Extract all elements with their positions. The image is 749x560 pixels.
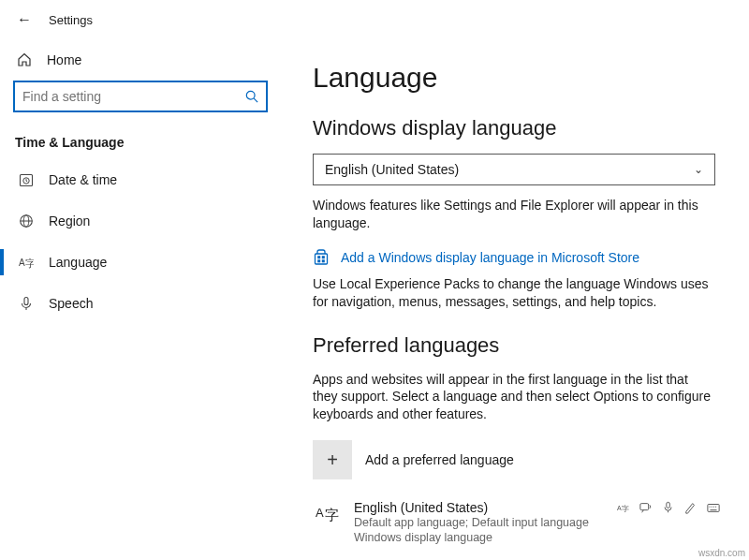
section-display-heading: Windows display language xyxy=(313,116,723,140)
main-content: Language Windows display language Englis… xyxy=(281,39,749,560)
sidebar-item-speech[interactable]: Speech xyxy=(13,283,268,324)
chevron-down-icon: ⌄ xyxy=(694,163,703,176)
app-title: Settings xyxy=(49,13,93,27)
sidebar-section-label: Time & Language xyxy=(13,129,268,159)
nav-home[interactable]: Home xyxy=(13,45,268,81)
handwriting-feature-icon xyxy=(683,500,698,515)
sidebar-item-label: Date & time xyxy=(49,172,117,187)
preferred-desc: Apps and websites will appear in the fir… xyxy=(313,371,715,424)
globe-icon xyxy=(19,214,36,228)
store-icon xyxy=(313,249,330,266)
plus-icon: + xyxy=(313,440,352,479)
store-link-text[interactable]: Add a Windows display language in Micros… xyxy=(341,250,639,265)
tts-feature-icon xyxy=(639,500,654,515)
back-icon[interactable]: ← xyxy=(17,11,39,28)
watermark: wsxdn.com xyxy=(698,548,745,558)
svg-text:字: 字 xyxy=(25,258,34,269)
display-language-value: English (United States) xyxy=(325,162,459,177)
svg-point-26 xyxy=(715,507,716,508)
preferred-language-sub1: Default app language; Default input lang… xyxy=(354,515,603,530)
svg-rect-9 xyxy=(24,298,28,305)
svg-text:A: A xyxy=(316,506,324,520)
section-preferred-heading: Preferred languages xyxy=(313,333,723,358)
preferred-language-sub2: Windows display language xyxy=(354,530,603,545)
packs-desc: Use Local Experience Packs to change the… xyxy=(313,275,715,311)
clock-icon xyxy=(19,172,36,187)
sidebar-item-date-time[interactable]: Date & time xyxy=(13,159,268,200)
svg-point-0 xyxy=(246,91,255,99)
feature-icons: A字 xyxy=(616,500,721,515)
svg-rect-13 xyxy=(317,259,320,262)
svg-text:A: A xyxy=(617,505,622,511)
svg-rect-10 xyxy=(316,254,328,264)
sidebar-item-label: Speech xyxy=(49,296,93,311)
svg-rect-19 xyxy=(640,504,649,510)
add-preferred-language[interactable]: + Add a preferred language xyxy=(313,440,723,479)
language-glyph-icon: A字 xyxy=(315,502,341,528)
svg-rect-21 xyxy=(708,505,719,512)
microphone-icon xyxy=(19,296,36,311)
search-input[interactable] xyxy=(22,89,245,104)
store-link-row[interactable]: Add a Windows display language in Micros… xyxy=(313,249,723,266)
preferred-language-item[interactable]: A字 English (United States) Default app l… xyxy=(313,496,723,550)
preferred-language-name: English (United States) xyxy=(354,500,603,515)
svg-rect-14 xyxy=(322,259,325,262)
page-title: Language xyxy=(313,62,723,94)
svg-point-23 xyxy=(710,507,711,508)
search-box[interactable] xyxy=(13,81,268,112)
add-preferred-label: Add a preferred language xyxy=(365,452,514,467)
svg-rect-11 xyxy=(317,256,320,258)
sidebar: Home Time & Language Date & time Region … xyxy=(0,39,281,560)
display-language-dropdown[interactable]: English (United States) ⌄ xyxy=(313,154,715,185)
svg-rect-12 xyxy=(322,256,325,258)
sidebar-item-label: Language xyxy=(49,255,107,270)
display-language-desc: Windows features like Settings and File … xyxy=(313,197,715,232)
titlebar: ← Settings xyxy=(0,0,749,39)
svg-rect-20 xyxy=(667,503,670,508)
display-lang-feature-icon: A字 xyxy=(616,500,631,515)
nav-home-label: Home xyxy=(47,52,81,67)
svg-text:A: A xyxy=(19,258,25,268)
keyboard-feature-icon xyxy=(706,500,721,515)
svg-text:字: 字 xyxy=(325,507,339,523)
home-icon xyxy=(17,52,34,67)
svg-point-24 xyxy=(712,507,712,508)
svg-point-25 xyxy=(713,507,714,508)
sidebar-item-language[interactable]: A字 Language xyxy=(13,242,268,283)
search-icon xyxy=(245,90,258,103)
speech-feature-icon xyxy=(661,500,676,515)
sidebar-item-region[interactable]: Region xyxy=(13,200,268,242)
language-icon: A字 xyxy=(19,255,36,270)
sidebar-item-label: Region xyxy=(49,214,90,228)
svg-line-1 xyxy=(254,98,257,102)
svg-text:字: 字 xyxy=(622,506,629,514)
